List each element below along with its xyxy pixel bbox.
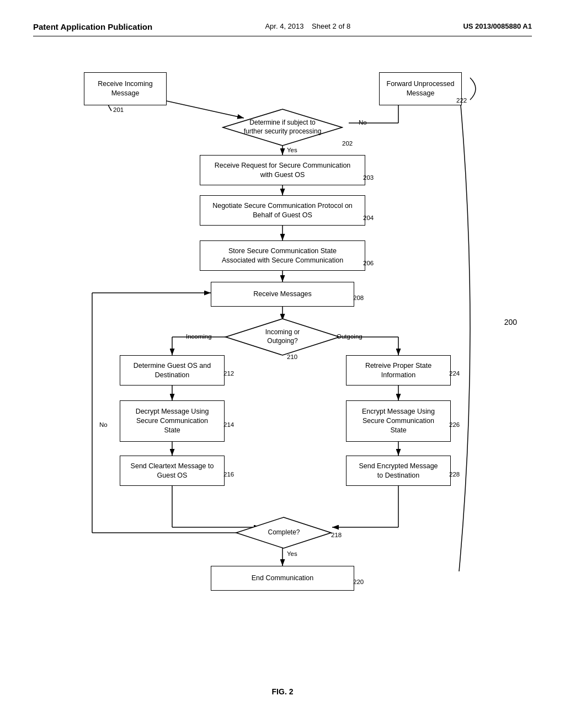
label-202: 202 (342, 140, 353, 147)
send-cleartext-box: Send Cleartext Message to Guest OS (120, 456, 225, 486)
label-204: 204 (363, 215, 374, 221)
label-200: 200 (504, 318, 517, 326)
label-212: 212 (223, 370, 234, 377)
determine-guest-box: Determine Guest OS and Destination (120, 355, 225, 386)
header-date-sheet: Apr. 4, 2013 Sheet 2 of 8 (265, 22, 350, 30)
end-communication-box: End Communication (211, 566, 354, 591)
label-214: 214 (223, 421, 234, 428)
label-206: 206 (363, 260, 374, 266)
determine-diamond: Determine if subject to further security… (222, 108, 343, 147)
label-203: 203 (363, 174, 374, 181)
store-state-box: Store Secure Communication State Associa… (200, 240, 365, 271)
incoming-outgoing-diamond: Incoming or Outgoing? (225, 318, 340, 356)
no-label-2: No (99, 421, 108, 428)
yes-label-2: Yes (287, 550, 297, 557)
send-encrypted-box: Send Encrypted Message to Destination (346, 456, 451, 486)
label-224: 224 (449, 370, 460, 377)
label-201: 201 (113, 106, 124, 113)
label-226: 226 (449, 421, 460, 428)
decrypt-box: Decrypt Message Using Secure Communicati… (120, 400, 225, 442)
label-208: 208 (353, 295, 364, 301)
page: Patent Application Publication Apr. 4, 2… (0, 0, 565, 728)
yes-label-1: Yes (287, 147, 297, 153)
no-label-1: No (359, 119, 367, 126)
label-222: 222 (456, 97, 467, 104)
complete-diamond: Complete? (236, 516, 332, 549)
label-218: 218 (331, 532, 342, 538)
flowchart-diagram: Receive Incoming Message 201 Forward Unp… (40, 53, 525, 676)
receive-incoming-box: Receive Incoming Message (84, 72, 167, 105)
label-228: 228 (449, 471, 460, 478)
negotiate-box: Negotiate Secure Communication Protocol … (200, 195, 365, 226)
receive-messages-box: Receive Messages (211, 282, 354, 307)
outgoing-label: Outgoing (337, 333, 363, 340)
forward-unprocessed-box: Forward Unprocessed Message (379, 72, 462, 105)
encrypt-box: Encrypt Message Using Secure Communicati… (346, 400, 451, 442)
header-patent: US 2013/0085880 A1 (463, 22, 532, 30)
label-216: 216 (223, 471, 234, 478)
incoming-label: Incoming (186, 333, 212, 340)
receive-request-box: Receive Request for Secure Communication… (200, 155, 365, 185)
label-210: 210 (287, 354, 297, 360)
retrieve-state-box: Retreive Proper State Information (346, 355, 451, 386)
figure-caption: FIG. 2 (33, 687, 532, 696)
page-header: Patent Application Publication Apr. 4, 2… (33, 22, 532, 36)
label-220: 220 (353, 579, 364, 585)
header-title: Patent Application Publication (33, 22, 152, 31)
